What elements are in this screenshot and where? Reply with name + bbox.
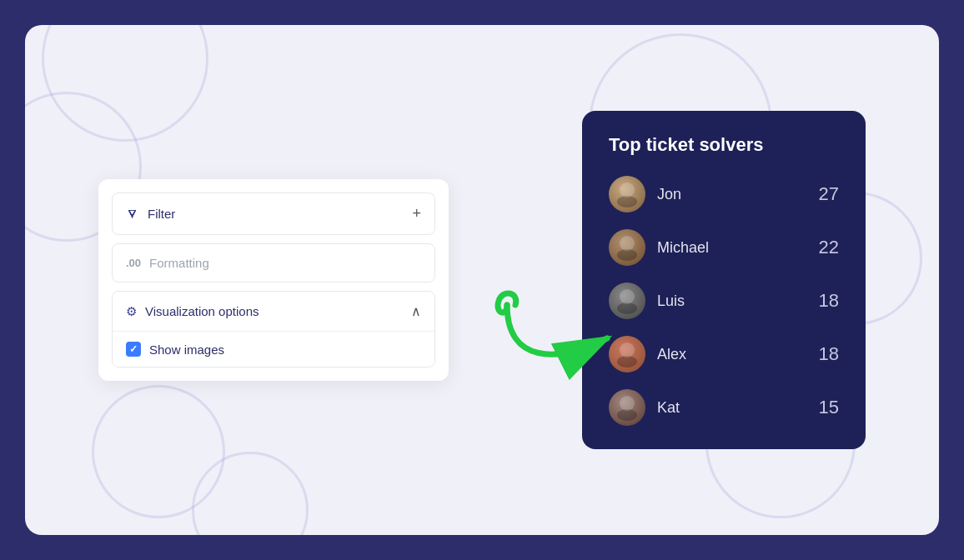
solver-name-alex: Alex [657,346,807,363]
solver-row-alex: Alex 18 [609,336,839,372]
filter-label: Filter [148,207,175,221]
solver-name-luis: Luis [657,292,807,310]
sliders-icon: ⚙ [126,304,137,319]
settings-panel: ⛛ Filter + .00 Formatting ⚙ Visualizatio… [98,179,449,381]
visualization-section: ⚙ Visualization options ∧ ✓ Show images [112,291,435,368]
avatar-kat [609,389,645,426]
show-images-label: Show images [149,342,224,357]
solver-score-jon: 27 [819,183,839,205]
checkmark-icon: ✓ [129,343,138,355]
solver-score-kat: 15 [819,397,839,418]
visualization-label: Visualization options [145,304,259,318]
solver-name-jon: Jon [657,186,807,203]
solver-row-jon: Jon 27 [609,176,839,212]
filter-icon: ⛛ [126,207,139,222]
solver-score-luis: 18 [819,290,839,312]
viz-header-left: ⚙ Visualization options [126,304,259,319]
visualization-header[interactable]: ⚙ Visualization options ∧ [113,292,434,331]
show-images-checkbox[interactable]: ✓ [126,342,141,357]
green-arrow [490,297,624,372]
visualization-body: ✓ Show images [113,331,434,367]
ticket-panel-title: Top ticket solvers [609,134,839,156]
formatting-prefix: .00 [126,257,141,269]
add-filter-icon[interactable]: + [412,205,421,222]
solver-name-kat: Kat [657,399,807,417]
filter-row-left: ⛛ Filter [126,207,175,222]
solver-name-michael: Michael [657,239,807,257]
content-area: ⛛ Filter + .00 Formatting ⚙ Visualizatio… [98,111,866,449]
avatar-alex [609,336,645,372]
main-card: ⛛ Filter + .00 Formatting ⚙ Visualizatio… [25,25,939,535]
solver-score-michael: 22 [819,237,839,258]
avatar-michael [609,229,645,266]
formatting-label: Formatting [149,256,209,270]
solver-score-alex: 18 [819,343,839,365]
solver-row-kat: Kat 15 [609,389,839,426]
chevron-up-icon[interactable]: ∧ [411,303,421,319]
filter-row[interactable]: ⛛ Filter + [112,192,435,235]
ticket-panel: Top ticket solvers Jon 27 Michael 22 [582,111,866,449]
solver-row-luis: Luis 18 [609,282,839,319]
solver-row-michael: Michael 22 [609,229,839,266]
avatar-jon [609,176,645,212]
avatar-luis [609,282,645,319]
formatting-row-left: .00 Formatting [126,256,209,270]
formatting-row[interactable]: .00 Formatting [112,243,435,282]
